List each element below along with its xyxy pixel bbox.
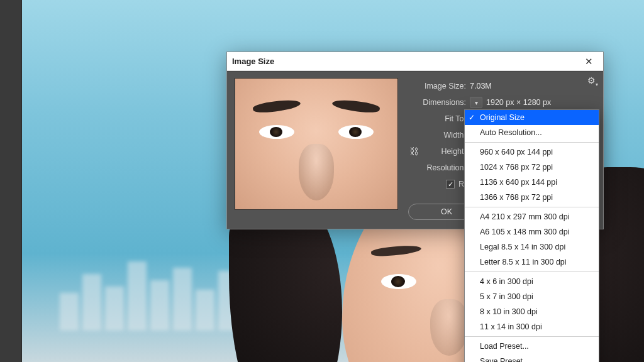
gear-icon[interactable]: ⚙︎▾ xyxy=(587,75,598,87)
fit-to-dropdown[interactable]: Original SizeAuto Resolution...960 x 640… xyxy=(464,109,599,362)
dropdown-item[interactable]: 4 x 6 in 300 dpi xyxy=(465,274,599,289)
dialog-title: Image Size xyxy=(232,57,274,66)
link-icon[interactable]: ⛓ xyxy=(409,146,419,156)
dropdown-item[interactable]: Auto Resolution... xyxy=(465,125,599,140)
dropdown-item[interactable]: Legal 8.5 x 14 in 300 dpi xyxy=(465,239,599,255)
close-button[interactable]: ✕ xyxy=(579,53,598,70)
dropdown-item[interactable]: Letter 8.5 x 11 in 300 dpi xyxy=(465,255,599,270)
dropdown-item[interactable]: 5 x 7 in 300 dpi xyxy=(465,289,599,304)
dimensions-unit-button[interactable]: ▾ xyxy=(470,97,482,108)
dropdown-item[interactable]: 1366 x 768 px 72 ppi xyxy=(465,190,599,205)
width-label: Width: xyxy=(408,131,466,140)
dropdown-item[interactable]: Load Preset... xyxy=(465,339,599,354)
dropdown-item[interactable]: 11 x 14 in 300 dpi xyxy=(465,319,599,334)
dropdown-item[interactable]: A6 105 x 148 mm 300 dpi xyxy=(465,224,599,239)
dropdown-separator xyxy=(465,336,599,337)
dropdown-separator xyxy=(465,272,599,272)
resolution-label: Resolution: xyxy=(408,163,466,172)
image-size-value: 7.03M xyxy=(470,82,492,90)
app-left-strip xyxy=(0,0,22,362)
dropdown-item[interactable]: Original Size xyxy=(465,110,599,125)
dimensions-value: 1920 px × 1280 px xyxy=(486,98,551,107)
fit-to-label: Fit To: xyxy=(408,114,466,123)
dropdown-item[interactable]: A4 210 x 297 mm 300 dpi xyxy=(465,209,599,224)
dropdown-item[interactable]: 960 x 640 px 144 ppi xyxy=(465,145,599,160)
dialog-titlebar[interactable]: Image Size ✕ xyxy=(227,52,603,71)
dropdown-separator xyxy=(465,207,599,207)
ok-button-label: OK xyxy=(441,207,452,216)
dimensions-label: Dimensions: xyxy=(408,98,466,107)
chevron-down-icon: ▾ xyxy=(475,99,478,106)
dropdown-item[interactable]: 1024 x 768 px 72 ppi xyxy=(465,160,599,175)
image-preview[interactable] xyxy=(235,78,398,210)
image-size-label: Image Size: xyxy=(408,82,466,90)
dropdown-item[interactable]: Save Preset... xyxy=(465,354,599,362)
dropdown-item[interactable]: 1136 x 640 px 144 ppi xyxy=(465,175,599,190)
dropdown-item[interactable]: 8 x 10 in 300 dpi xyxy=(465,304,599,319)
resample-checkbox[interactable]: ✓ xyxy=(446,180,455,189)
close-icon: ✕ xyxy=(585,56,593,67)
dropdown-separator xyxy=(465,142,599,143)
